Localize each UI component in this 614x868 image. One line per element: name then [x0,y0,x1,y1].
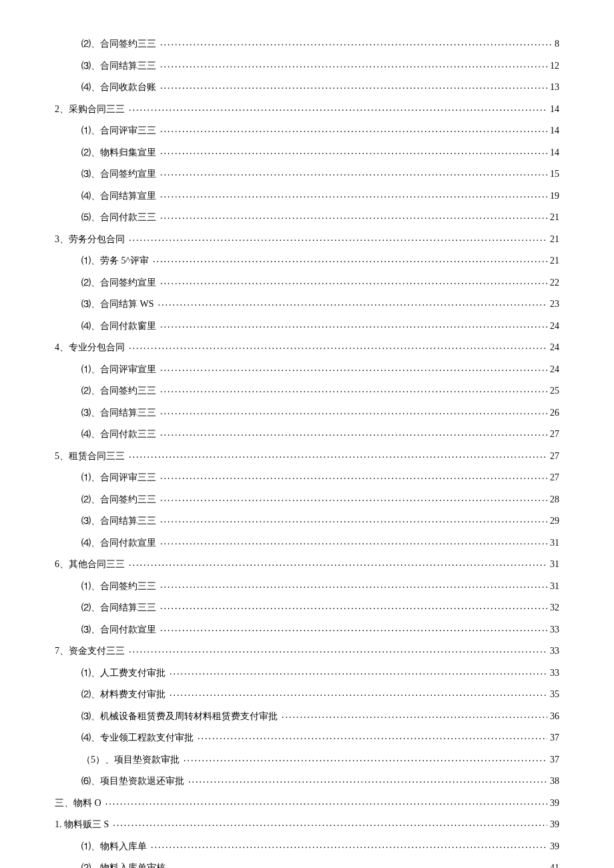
toc-entry-page: 31 [547,538,559,548]
toc-entry-label: ⑶、机械设备租赁费及周转材料租赁费支付审批 [81,711,278,723]
toc-entry-label: ⑶、合同结算三三 [81,60,156,72]
toc-entry: ⑷、合同付款宣里31 [55,536,559,549]
toc-entry-page: 29 [547,516,559,526]
toc-entry-label: ⑴、物料入库单 [81,841,147,853]
toc-leader-dots [160,514,547,524]
toc-entry-page: 22 [547,278,559,288]
toc-entry-page: 31 [547,581,559,592]
toc-entry-page: 19 [547,191,559,201]
toc-leader-dots [160,81,547,90]
toc-entry: ⑵、合同签约三三25 [55,384,559,397]
toc-entry-label: ⑵、合同结算三三 [81,602,156,614]
toc-entry-label: ⑷、合同付款三三 [81,428,156,440]
toc-entry: ⑵、合同签约三三28 [55,493,559,506]
toc-leader-dots [160,124,547,133]
toc-entry-label: ⑴、人工费支付审批 [81,667,166,679]
toc-entry: ⑴、合同评审宣里24 [55,363,559,376]
toc-entry: （5）、项目垫资款审批37 [55,753,559,766]
toc-entry-label: ⑵、合同签约三三 [81,38,156,50]
toc-entry-label: ⑵、合同签约三三 [81,494,156,506]
toc-entry: ⑶、机械设备租赁费及周转材料租赁费支付审批36 [55,710,559,723]
toc-leader-dots [160,363,547,372]
toc-leader-dots [160,384,547,394]
toc-leader-dots [282,710,547,719]
toc-leader-dots [170,667,547,676]
toc-entry: ⑶、合同付款宣里33 [55,623,559,636]
toc-entry-page: 33 [547,646,559,657]
toc-leader-dots [198,731,547,741]
toc-leader-dots [160,580,547,589]
toc-entry: 3、劳务分包合同21 [55,233,559,246]
toc-entry-label: ⑹、项目垫资款退还审批 [81,775,184,787]
toc-leader-dots [160,406,547,416]
toc-entry: ⑶、合同结算三三29 [55,514,559,527]
toc-entry-page: 32 [547,602,559,613]
toc-entry-page: 25 [547,386,559,396]
toc-leader-dots [129,341,547,350]
toc-entry: ⑴、劳务 5^评审21 [55,254,559,267]
toc-entry-label: ⑶、合同结算三三 [81,407,156,419]
toc-entry: ⑷、合同付款窗里24 [55,320,559,332]
toc-entry-label: 7、资金支付三三 [55,645,125,657]
toc-entry-label: ⑷、专业领工程款支付审批 [81,732,194,744]
toc-leader-dots [113,818,547,827]
toc-entry-page: 27 [547,429,559,440]
toc-entry-page: 39 [547,798,559,809]
toc-entry-label: 3、劳务分包合同 [55,234,125,246]
toc-entry-page: 27 [547,451,559,462]
toc-entry-page: 36 [547,711,559,722]
toc-leader-dots [160,623,547,632]
toc-leader-dots [160,167,547,177]
toc-leader-dots [160,276,547,286]
toc-entry-label: ⑷、合同收款台账 [81,81,156,93]
toc-leader-dots [188,775,547,784]
toc-entry: ⑷、专业领工程款支付审批37 [55,731,559,744]
toc-entry: 5、租赁合同三三27 [55,450,559,462]
toc-entry: ⑷、合同收款台账13 [55,81,559,93]
toc-entry-page: 41 [547,863,559,868]
toc-entry: ⑴、合同签约三三31 [55,580,559,592]
toc-entry: 三、物料 O39 [55,797,559,809]
toc-entry-page: 8 [552,39,559,49]
toc-entry-page: 28 [547,494,559,505]
toc-entry: ⑵、材料费支付审批35 [55,688,559,701]
toc-entry-label: 2、采购合同三三 [55,103,125,115]
toc-entry: ⑵、物料归集宣里14 [55,146,559,159]
toc-entry: ⑸、合同付款三三21 [55,211,559,224]
toc-entry-page: 31 [547,559,559,570]
toc-entry-label: ⑸、合同付款三三 [81,211,156,224]
toc-entry-page: 24 [547,342,559,353]
toc-leader-dots [160,320,547,329]
toc-entry-page: 14 [547,104,559,115]
toc-leader-dots [129,558,547,567]
toc-entry: ⑵、合同签约三三8 [55,37,559,50]
toc-entry-page: 21 [547,212,559,223]
toc-entry: ⑹、项目垫资款退还审批38 [55,775,559,787]
toc-entry-label: 5、租赁合同三三 [55,450,125,462]
toc-entry-label: ⑵、物料入库单审核 [81,862,166,868]
toc-entry: ⑵、物料入库单审核41 [55,861,559,868]
toc-entry-page: 21 [547,256,559,266]
toc-entry-page: 33 [547,624,559,635]
toc-entry-page: 21 [547,234,559,245]
toc-entry-label: ⑶、合同结算 WS [81,298,154,310]
toc-entry-page: 24 [547,364,559,375]
toc-entry-label: ⑴、合同评审三三 [81,472,156,484]
toc-leader-dots [160,59,547,69]
toc-entry-label: 4、专业分包合同 [55,342,125,354]
toc-leader-dots [160,189,547,199]
toc-entry-page: 27 [547,472,559,483]
toc-entry-page: 14 [547,125,559,136]
toc-leader-dots [153,254,547,264]
toc-entry: 1. 物料贩三 S39 [55,818,559,831]
toc-entry-page: 37 [547,755,559,765]
toc-entry-label: ⑵、合同签约宣里 [81,277,156,289]
toc-entry-label: （5）、项目垫资款审批 [81,754,180,766]
toc-entry: 4、专业分包合同24 [55,341,559,354]
toc-leader-dots [160,428,547,437]
toc-entry: ⑵、合同签约宣里22 [55,276,559,289]
toc-leader-dots [160,601,547,610]
toc-entry: ⑵、合同结算三三32 [55,601,559,614]
toc-leader-dots [184,753,547,763]
toc-entry-page: 39 [547,819,559,830]
